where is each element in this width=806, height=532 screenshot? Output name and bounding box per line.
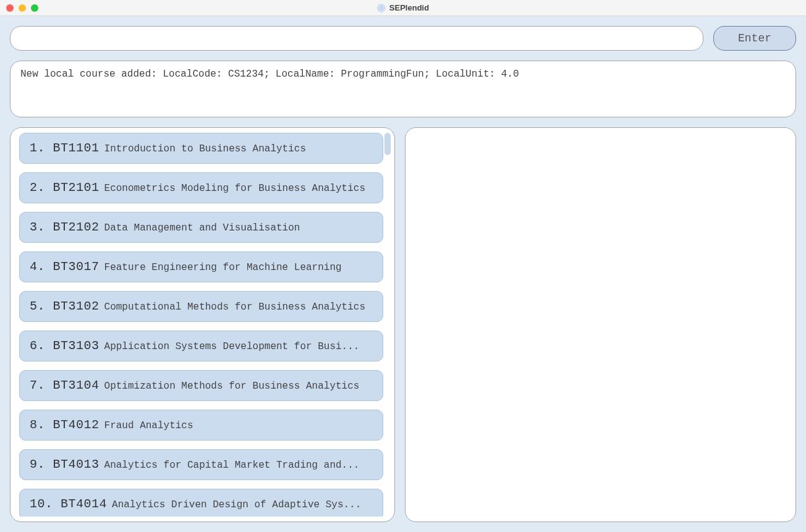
course-index-code: 7. BT3104	[30, 378, 100, 392]
window-title: SEPlendid	[389, 3, 429, 12]
panels-row: 1. BT1101Introduction to Business Analyt…	[10, 127, 796, 522]
result-message: New local course added: LocalCode: CS123…	[10, 61, 796, 117]
window-title-container: SEPlendid	[377, 3, 429, 12]
course-item[interactable]: 4. BT3017Feature Engineering for Machine…	[19, 251, 383, 282]
content-area: Enter New local course added: LocalCode:…	[0, 16, 806, 532]
course-item[interactable]: 9. BT4013Analytics for Capital Market Tr…	[19, 449, 383, 480]
window-controls	[6, 4, 38, 12]
course-index-code: 4. BT3017	[30, 260, 100, 274]
course-name: Fraud Analytics	[104, 420, 193, 431]
course-name: Optimization Methods for Business Analyt…	[104, 381, 360, 392]
enter-button[interactable]: Enter	[713, 26, 796, 51]
course-item[interactable]: 2. BT2101Econometrics Modeling for Busin…	[19, 172, 383, 203]
course-name: Application Systems Development for Busi…	[104, 341, 360, 352]
close-icon[interactable]	[6, 4, 14, 12]
course-name: Analytics Driven Design of Adaptive Sys.…	[112, 499, 361, 510]
course-item[interactable]: 1. BT1101Introduction to Business Analyt…	[19, 133, 383, 164]
course-item[interactable]: 7. BT3104Optimization Methods for Busine…	[19, 370, 383, 401]
course-name: Feature Engineering for Machine Learning	[104, 262, 342, 273]
course-item[interactable]: 10. BT4014Analytics Driven Design of Ada…	[19, 489, 383, 517]
course-index-code: 10. BT4014	[30, 497, 107, 511]
course-name: Data Management and Visualisation	[104, 222, 300, 234]
course-name: Econometrics Modeling for Business Analy…	[104, 183, 365, 194]
course-list-panel: 1. BT1101Introduction to Business Analyt…	[10, 127, 395, 522]
course-list[interactable]: 1. BT1101Introduction to Business Analyt…	[19, 133, 392, 517]
course-item[interactable]: 3. BT2102Data Management and Visualisati…	[19, 212, 383, 243]
course-index-code: 1. BT1101	[30, 141, 100, 155]
course-index-code: 6. BT3103	[30, 339, 100, 353]
detail-panel	[405, 127, 796, 522]
course-name: Computational Methods for Business Analy…	[104, 302, 365, 313]
app-icon	[377, 4, 386, 12]
course-index-code: 5. BT3102	[30, 299, 100, 313]
command-row: Enter	[10, 26, 796, 51]
titlebar: SEPlendid	[0, 0, 806, 16]
course-index-code: 9. BT4013	[30, 457, 100, 471]
course-item[interactable]: 8. BT4012Fraud Analytics	[19, 410, 383, 441]
course-index-code: 3. BT2102	[30, 220, 100, 234]
minimize-icon[interactable]	[19, 4, 26, 12]
command-input[interactable]	[10, 26, 703, 51]
course-name: Introduction to Business Analytics	[104, 143, 306, 154]
scrollbar-thumb[interactable]	[384, 133, 391, 155]
course-item[interactable]: 6. BT3103Application Systems Development…	[19, 331, 383, 361]
course-item[interactable]: 5. BT3102Computational Methods for Busin…	[19, 291, 383, 322]
course-index-code: 8. BT4012	[30, 418, 100, 432]
course-name: Analytics for Capital Market Trading and…	[104, 460, 360, 471]
course-index-code: 2. BT2101	[30, 180, 100, 195]
maximize-icon[interactable]	[31, 4, 38, 12]
